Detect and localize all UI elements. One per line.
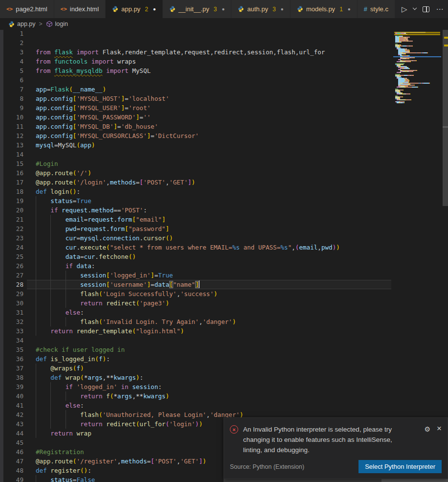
symbol-method-icon	[46, 21, 53, 27]
breadcrumb-symbol-label: login	[55, 21, 68, 27]
html-icon: <>	[6, 6, 13, 12]
minimap[interactable]	[391, 30, 442, 482]
notification-settings-gear-icon[interactable]: ⚙	[425, 425, 431, 433]
code-line[interactable]: from flask import Flask,render_template,…	[36, 47, 325, 57]
code-line[interactable]: email=request.form["email"]	[36, 215, 165, 224]
code-line[interactable]: return redirect('page3')	[36, 298, 169, 308]
tab-__init__.py[interactable]: __init__.py3●	[163, 0, 232, 18]
python-icon	[8, 21, 15, 27]
line-number: 31	[0, 308, 23, 317]
html-icon: <>	[61, 6, 67, 12]
code-line[interactable]: return f(*args,**kwargs)	[36, 391, 169, 401]
code-line[interactable]: #Login	[36, 159, 58, 168]
tab-dirty-indicator[interactable]: ●	[281, 7, 284, 12]
line-number: 35	[0, 345, 23, 354]
code-line[interactable]: app.config['MYSQL_HOST']='localhost'	[36, 94, 169, 103]
tab-app.py[interactable]: app.py2●	[106, 0, 163, 18]
code-line[interactable]: mysql=MySQL(app)	[36, 140, 95, 150]
code-line[interactable]: app=Flask(__name__)	[36, 85, 106, 94]
code-line[interactable]: if data:	[36, 261, 95, 271]
code-line[interactable]: pwd=request.form["password"]	[36, 224, 169, 233]
code-line[interactable]: return wrap	[36, 429, 91, 438]
code-line[interactable]: data=cur.fetchone()	[36, 252, 136, 261]
code-line[interactable]: return render_template("login.html")	[36, 326, 184, 336]
code-line[interactable]: return redirect(url_for('login'))	[36, 419, 202, 429]
line-number: 10	[0, 113, 23, 122]
overview-warning-mark	[444, 45, 448, 46]
code-line[interactable]: app.config['MYSQL_PASSWORD']=''	[36, 113, 151, 122]
tab-problems-badge: 3	[272, 6, 276, 13]
code-line[interactable]: app.config['MYSQL_DB']='db_house'	[36, 122, 158, 131]
code-line[interactable]: from flask_mysqldb import MySQL	[36, 66, 151, 75]
line-number: 49	[0, 475, 23, 482]
code-line[interactable]: def wrap(*args,**kwargs):	[36, 373, 143, 382]
code-line[interactable]: status=True	[36, 196, 91, 206]
line-number: 45	[0, 438, 23, 447]
code-line[interactable]: flash('Invalid Login. Try Again','danger…	[36, 317, 236, 326]
code-line[interactable]: def login():	[36, 187, 80, 196]
tab-problems-badge: 2	[145, 6, 148, 13]
code-line[interactable]: cur.execute("select * from users where E…	[36, 243, 340, 252]
code-line[interactable]: @app.route('/register',methods=['POST','…	[36, 457, 206, 466]
python-icon	[169, 6, 176, 12]
tab-index.html[interactable]: <>index.html	[54, 0, 106, 18]
code-line[interactable]: flash('Unauthorized, Please Login','dang…	[36, 410, 244, 419]
run-button[interactable]: ▷	[402, 5, 407, 14]
tab-dirty-indicator[interactable]: ●	[348, 7, 351, 12]
code-line[interactable]: if 'logged_in' in session:	[36, 382, 162, 391]
code-editor[interactable]: 123from flask import Flask,render_templa…	[0, 29, 448, 482]
line-number: 29	[0, 289, 23, 298]
code-line[interactable]: from functools import wraps	[36, 57, 136, 66]
code-line[interactable]: def register():	[36, 466, 91, 475]
breadcrumb-symbol[interactable]: login	[46, 21, 68, 27]
editor-actions: ▷ ⋯	[395, 0, 448, 18]
code-line[interactable]: app.config['MYSQL_CURSORCLASS']='DictCur…	[36, 131, 199, 140]
code-line[interactable]: session['username']=data["name"]	[36, 280, 200, 289]
tab-models.py[interactable]: models.py1●	[291, 0, 358, 18]
notification-close-icon[interactable]: ×	[437, 425, 442, 432]
stacked-notification-button-edge	[381, 479, 448, 482]
line-number: 32	[0, 317, 23, 326]
code-line[interactable]: session['logged_in']=True	[36, 271, 173, 280]
breadcrumb-file[interactable]: app.py	[8, 21, 36, 27]
line-number: 25	[0, 252, 23, 261]
code-line[interactable]: @wraps(f)	[36, 364, 84, 373]
code-line[interactable]: @app.route('/login',methods=['POST','GET…	[36, 178, 195, 187]
run-dropdown-chevron-icon[interactable]	[413, 5, 417, 9]
overview-warning-mark	[444, 37, 448, 39]
line-number: 11	[0, 122, 23, 131]
tab-style.c[interactable]: #style.c	[358, 0, 395, 18]
tab-dirty-indicator[interactable]: ●	[153, 7, 156, 12]
code-line[interactable]: @app.route('/')	[36, 168, 91, 178]
line-number: 27	[0, 271, 23, 280]
line-number: 12	[0, 131, 23, 140]
code-line[interactable]: app.config['MYSQL_USER']='root'	[36, 103, 151, 113]
tab-label: models.py	[306, 5, 335, 13]
select-python-interpreter-button[interactable]: Select Python Interpreter	[358, 460, 442, 473]
code-line[interactable]: def is_logged_in(f):	[36, 354, 110, 364]
line-number: 47	[0, 457, 23, 466]
css-icon: #	[364, 5, 367, 13]
code-line[interactable]: cur=mysql.connection.cursor()	[36, 233, 173, 243]
notification-message: An Invalid Python interpreter is selecte…	[243, 424, 412, 455]
line-number: 36	[0, 354, 23, 364]
python-icon	[238, 6, 244, 12]
code-line[interactable]: else:	[36, 308, 84, 317]
code-line[interactable]: status=False	[36, 475, 95, 482]
code-line[interactable]: flash('Login Successfully','success')	[36, 289, 218, 298]
line-number: 1	[0, 29, 23, 38]
code-line[interactable]: #Registration	[36, 447, 84, 457]
split-editor-button[interactable]	[423, 6, 429, 12]
code-line[interactable]: #check if user logged in	[36, 345, 125, 354]
line-number: 2	[0, 38, 23, 47]
tab-auth.py[interactable]: auth.py3●	[231, 0, 290, 18]
code-line[interactable]: else:	[36, 401, 84, 410]
tab-dirty-indicator[interactable]: ●	[222, 7, 224, 12]
tab-page2.html[interactable]: <>page2.html	[0, 0, 54, 18]
more-actions-button[interactable]: ⋯	[436, 5, 443, 14]
code-line[interactable]: if request.method=='POST':	[36, 206, 147, 215]
line-number: 23	[0, 233, 23, 243]
scrollbar-thumb[interactable]	[443, 30, 448, 206]
tab-label: style.c	[370, 5, 388, 13]
text-cursor	[199, 280, 200, 288]
